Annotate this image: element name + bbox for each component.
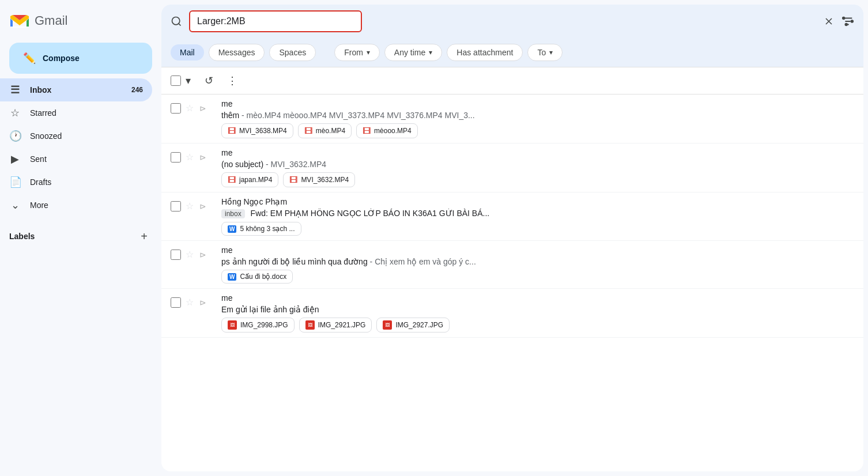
sidebar-item-sent[interactable]: ▶ Sent bbox=[0, 148, 152, 171]
email-sender: me bbox=[221, 293, 854, 303]
select-dropdown-button[interactable]: ▾ bbox=[183, 72, 193, 89]
list-item[interactable]: 🖼 IMG_2921.JPG bbox=[299, 318, 372, 333]
list-item[interactable]: 🎞 mèo.MP4 bbox=[298, 123, 352, 138]
attachments-row: W Cấu đi bộ.docx bbox=[221, 270, 854, 284]
email-checkbox[interactable] bbox=[171, 103, 181, 114]
star-button[interactable]: ☆ bbox=[184, 150, 195, 164]
table-row[interactable]: ☆ ⊳ me Em gửi lại file ảnh giả điện 🖼 IM… bbox=[161, 289, 863, 338]
email-snippet: - mèo.MP4 mèooo.MP4 MVI_3373.MP4 MVI_337… bbox=[241, 111, 475, 120]
email-subject-line: (no subject) - MVI_3632.MP4 bbox=[221, 160, 854, 169]
to-dropdown-icon: ▾ bbox=[549, 48, 553, 56]
list-item[interactable]: 🎞 japan.MP4 bbox=[221, 172, 278, 187]
snooze-button[interactable]: ⊳ bbox=[198, 103, 207, 114]
filter-icon bbox=[841, 15, 854, 28]
list-item[interactable]: W Cấu đi bộ.docx bbox=[221, 270, 293, 284]
snooze-button[interactable]: ⊳ bbox=[198, 152, 207, 163]
sidebar-item-snoozed[interactable]: 🕐 Snoozed bbox=[0, 124, 152, 148]
add-label-button[interactable]: + bbox=[136, 228, 152, 244]
svg-point-1 bbox=[172, 17, 180, 25]
list-item[interactable]: W 5 không 3 sạch ... bbox=[221, 222, 301, 236]
starred-icon: ☆ bbox=[9, 107, 21, 119]
attachment-name: MVI_3638.MP4 bbox=[239, 127, 287, 135]
sidebar-item-starred[interactable]: ☆ Starred bbox=[0, 101, 152, 124]
tab-messages[interactable]: Messages bbox=[209, 44, 265, 61]
word-file-icon: W bbox=[228, 225, 236, 233]
list-item[interactable]: 🖼 IMG_2998.JPG bbox=[221, 318, 295, 333]
list-item[interactable]: 🎞 MVI_3638.MP4 bbox=[221, 123, 293, 138]
inbox-icon: ☰ bbox=[9, 84, 21, 96]
snoozed-icon: 🕐 bbox=[9, 130, 21, 142]
svg-point-8 bbox=[843, 17, 845, 20]
labels-header: Labels + bbox=[0, 226, 161, 247]
video-file-icon: 🎞 bbox=[228, 175, 236, 184]
filter-anytime-label: Any time bbox=[394, 48, 425, 57]
email-subject-line: ps ảnh người đi bộ liều mình qua đường -… bbox=[221, 257, 854, 266]
filter-anytime-button[interactable]: Any time ▾ bbox=[384, 44, 442, 61]
sent-icon: ▶ bbox=[9, 153, 21, 165]
tab-mail[interactable]: Mail bbox=[171, 44, 204, 61]
snooze-button[interactable]: ⊳ bbox=[198, 297, 207, 308]
labels-title: Labels bbox=[9, 232, 35, 241]
search-button[interactable] bbox=[171, 16, 182, 27]
search-bar bbox=[161, 5, 863, 38]
more-options-button[interactable]: ⋮ bbox=[225, 72, 240, 89]
attachments-row: W 5 không 3 sạch ... bbox=[221, 222, 854, 236]
email-snippet: - Chị xem hộ em và góp ý c... bbox=[370, 257, 476, 266]
list-item[interactable]: 🎞 MVI_3632.MP4 bbox=[283, 172, 355, 187]
email-sender: me bbox=[221, 99, 854, 108]
table-row[interactable]: ☆ ⊳ me thêm - mèo.MP4 mèooo.MP4 MVI_3373… bbox=[161, 95, 863, 143]
filter-from-button[interactable]: From ▾ bbox=[334, 44, 380, 61]
snooze-button[interactable]: ⊳ bbox=[198, 249, 207, 260]
attachment-name: mèo.MP4 bbox=[316, 127, 345, 135]
word-file-icon: W bbox=[228, 273, 236, 281]
filter-to-button[interactable]: To ▾ bbox=[527, 44, 563, 61]
email-checkbox[interactable] bbox=[171, 250, 181, 260]
close-icon bbox=[823, 16, 835, 27]
anytime-dropdown-icon: ▾ bbox=[429, 48, 432, 56]
list-item[interactable]: 🎞 mèooo.MP4 bbox=[356, 123, 418, 138]
table-row[interactable]: ☆ ⊳ me ps ảnh người đi bộ liều mình qua … bbox=[161, 241, 863, 289]
snooze-button[interactable]: ⊳ bbox=[198, 201, 207, 212]
table-row[interactable]: ☆ ⊳ me (no subject) - MVI_3632.MP4 🎞 jap… bbox=[161, 143, 863, 192]
attachments-row: 🎞 MVI_3638.MP4 🎞 mèo.MP4 🎞 mèooo.MP4 bbox=[221, 123, 854, 138]
gmail-title: Gmail bbox=[35, 13, 67, 28]
star-button[interactable]: ☆ bbox=[184, 199, 195, 213]
video-file-icon: 🎞 bbox=[304, 126, 312, 135]
inbox-badge: inbox bbox=[221, 209, 245, 218]
attachment-name: MVI_3632.MP4 bbox=[301, 176, 349, 184]
sidebar-item-inbox[interactable]: ☰ Inbox 246 bbox=[0, 78, 152, 101]
row-controls: ☆ ⊳ bbox=[171, 148, 217, 164]
row-controls: ☆ ⊳ bbox=[171, 99, 217, 115]
refresh-button[interactable]: ↺ bbox=[202, 72, 216, 89]
tab-spaces[interactable]: Spaces bbox=[269, 44, 316, 61]
email-subject-line: Em gửi lại file ảnh giả điện bbox=[221, 305, 854, 314]
email-checkbox[interactable] bbox=[171, 297, 181, 308]
email-subject-line: inbox Fwd: EM PHẠM HỒNG NGỌC LỚP BÁO IN … bbox=[221, 209, 854, 218]
attachment-name: IMG_2921.JPG bbox=[318, 321, 366, 329]
sidebar-item-more[interactable]: ⌄ More bbox=[0, 194, 152, 217]
star-button[interactable]: ☆ bbox=[184, 101, 195, 115]
sidebar-item-snoozed-label: Snoozed bbox=[30, 131, 143, 141]
search-icon bbox=[171, 16, 182, 27]
search-input-wrapper bbox=[189, 10, 816, 32]
email-subject: Fwd: EM PHẠM HỒNG NGỌC LỚP BÁO IN K36A1 … bbox=[251, 209, 490, 218]
star-button[interactable]: ☆ bbox=[184, 248, 195, 261]
email-checkbox[interactable] bbox=[171, 201, 181, 211]
star-button[interactable]: ☆ bbox=[184, 296, 195, 309]
compose-button[interactable]: ✏️ Compose bbox=[9, 43, 152, 74]
sidebar-item-drafts[interactable]: 📄 Drafts bbox=[0, 171, 152, 194]
search-options-button[interactable] bbox=[841, 15, 854, 28]
list-item[interactable]: 🖼 IMG_2927.JPG bbox=[376, 318, 450, 333]
select-all-checkbox[interactable] bbox=[171, 75, 181, 86]
email-subject: Em gửi lại file ảnh giả điện bbox=[221, 305, 319, 314]
svg-point-10 bbox=[845, 24, 847, 26]
search-input[interactable] bbox=[189, 10, 362, 32]
filter-to-label: To bbox=[537, 48, 546, 57]
search-clear-button[interactable] bbox=[823, 16, 835, 27]
sidebar: Gmail ✏️ Compose ☰ Inbox 246 ☆ Starred 🕐… bbox=[0, 0, 161, 476]
email-checkbox[interactable] bbox=[171, 152, 181, 163]
email-subject: ps ảnh người đi bộ liều mình qua đường bbox=[221, 257, 368, 266]
email-list: ☆ ⊳ me thêm - mèo.MP4 mèooo.MP4 MVI_3373… bbox=[161, 95, 863, 471]
filter-has-attachment-button[interactable]: Has attachment bbox=[447, 44, 523, 61]
table-row[interactable]: ☆ ⊳ Hồng Ngọc Phạm inbox Fwd: EM PHẠM HỒ… bbox=[161, 192, 863, 241]
